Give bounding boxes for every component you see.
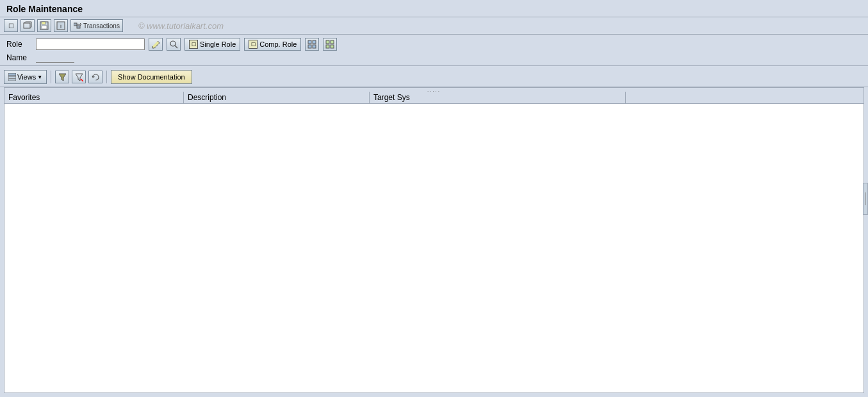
svg-line-11 [175, 46, 177, 48]
watermark: © www.tutorialkart.com [138, 21, 224, 31]
svg-rect-7 [77, 26, 80, 28]
svg-rect-19 [331, 45, 334, 48]
svg-rect-17 [331, 40, 334, 44]
grid-icon1[interactable] [305, 38, 319, 51]
search-role-icon[interactable] [167, 38, 181, 51]
name-row: Name [6, 53, 862, 63]
svg-line-25 [81, 79, 83, 81]
views-arrow: ▼ [37, 74, 42, 80]
open-icon[interactable] [20, 19, 35, 32]
svg-rect-12 [308, 40, 311, 44]
transactions-label: Transactions [83, 22, 120, 30]
table-body [4, 104, 864, 393]
page-title: Role Maintenance [6, 4, 862, 14]
refresh-icon[interactable] [88, 71, 102, 83]
comp-role-button[interactable]: ☐ Comp. Role [244, 38, 301, 51]
svg-rect-13 [313, 40, 316, 44]
show-documentation-button[interactable]: Show Documentation [111, 70, 192, 84]
right-resize-handle[interactable] [863, 183, 868, 215]
svg-text:i: i [60, 23, 61, 30]
svg-rect-21 [8, 76, 16, 78]
comp-role-icon: ☐ [249, 40, 258, 49]
save-icon[interactable] [37, 19, 51, 32]
content-section: ..... Favorites Description Target Sys [0, 87, 868, 397]
new-icon[interactable]: ☐ [4, 19, 18, 32]
col-target-sys: Target Sys [370, 92, 626, 103]
form-area: Role ☐ Single Role ☐ Comp. Role [0, 35, 868, 64]
info-icon[interactable]: i [54, 19, 68, 32]
title-bar: Role Maintenance [0, 0, 868, 17]
transactions-icon[interactable]: Transactions [70, 19, 123, 32]
svg-rect-18 [326, 45, 329, 48]
table-wrapper: ..... Favorites Description Target Sys [4, 87, 864, 393]
svg-rect-20 [8, 73, 16, 76]
svg-rect-3 [42, 26, 47, 29]
svg-rect-2 [42, 22, 45, 24]
single-role-icon: ☐ [189, 40, 198, 49]
views-label: Views [17, 73, 36, 81]
filter-remove-icon[interactable] [72, 71, 86, 83]
svg-marker-23 [59, 74, 66, 81]
filter-icon[interactable] [55, 71, 69, 83]
col-description: Description [184, 92, 370, 103]
svg-rect-15 [313, 45, 316, 48]
edit-role-icon[interactable] [149, 38, 163, 51]
col-extra [626, 92, 864, 103]
svg-rect-16 [326, 40, 329, 44]
views-button[interactable]: Views ▼ [4, 70, 47, 84]
toolbar1: ☐ i Transactions © www.tutorialkart.com [0, 17, 868, 35]
toolbar2-sep1 [51, 71, 51, 83]
svg-rect-22 [8, 79, 16, 81]
grid-icon2[interactable] [323, 38, 337, 51]
separator1 [0, 65, 868, 66]
svg-rect-0 [24, 23, 30, 28]
role-row: Role ☐ Single Role ☐ Comp. Role [6, 38, 862, 51]
col-favorites: Favorites [4, 92, 184, 103]
role-label: Role [6, 40, 32, 49]
svg-rect-14 [308, 45, 311, 48]
svg-rect-6 [74, 23, 77, 26]
role-input[interactable] [36, 38, 145, 50]
name-value [36, 53, 74, 63]
table-header: Favorites Description Target Sys [4, 92, 864, 104]
single-role-button[interactable]: ☐ Single Role [184, 38, 240, 51]
svg-point-10 [170, 41, 176, 46]
name-label: Name [6, 53, 32, 62]
toolbar2: Views ▼ Show Documentation [0, 67, 868, 87]
toolbar2-sep2 [106, 71, 107, 83]
